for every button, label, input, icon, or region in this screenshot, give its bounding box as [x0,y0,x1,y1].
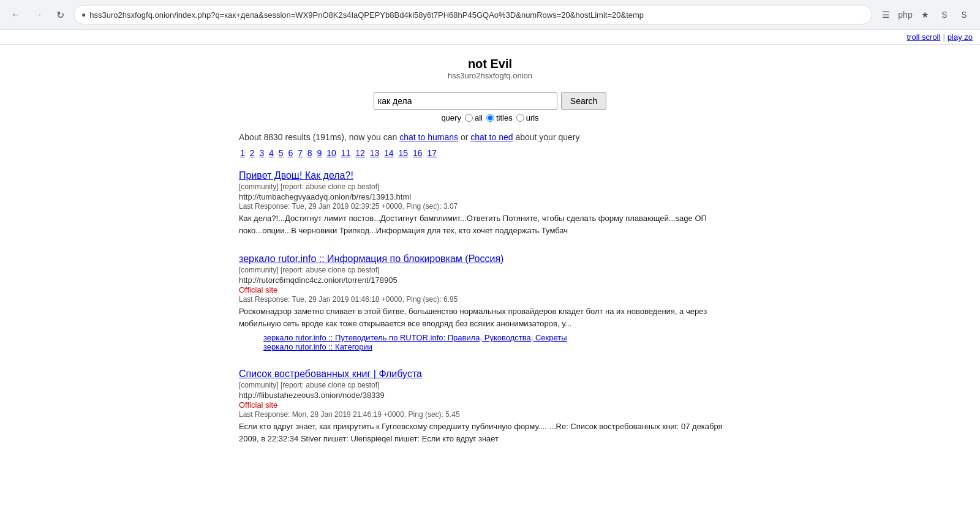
result-item: Список востребованных книг | Флибуста[co… [239,369,741,444]
page-link-11[interactable]: 11 [341,148,351,158]
result-sublink[interactable]: зеркало rutor.info :: Категории [263,342,741,351]
page-link-13[interactable]: 13 [370,148,380,158]
about-label: about your query [515,132,579,142]
result-official: Official site [239,400,741,410]
urls-label: urls [526,113,539,122]
results-info: About 8830 results (191ms), now you can … [239,132,741,142]
browser-chrome: ← → ↻ ● hss3uro2hsxfogfq.onion/index.php… [0,0,980,30]
page-link-7[interactable]: 7 [298,148,303,158]
page-link-16[interactable]: 16 [413,148,423,158]
result-ping: Last Response: Mon, 28 Jan 2019 21:46:19… [239,410,741,419]
titles-radio[interactable] [486,114,494,122]
query-label: query [441,113,461,122]
site-title: not Evil [239,57,741,71]
search-input[interactable] [374,92,557,110]
titles-label: titles [496,113,513,122]
page-link-12[interactable]: 12 [355,148,365,158]
site-subtitle: hss3uro2hsxfogfq.onion [239,71,741,80]
result-snippet: Как дела?!...Достигнут лимит постов...До… [239,212,741,236]
page-link-5[interactable]: 5 [279,148,284,158]
titles-option[interactable]: titles [486,113,513,122]
page-content: not Evil hss3uro2hsxfogfq.onion Search q… [214,45,766,474]
top-links-separator: | [943,32,944,42]
result-url: http://rutorc6mqdinc4cz.onion/torrent/17… [239,275,741,285]
search-row: Search [374,92,606,110]
browser-right-controls: ☰ php ★ S S [877,6,973,23]
result-ping: Last Response: Tue, 29 Jan 2019 02:39:25… [239,202,741,211]
forward-button[interactable]: → [29,6,47,23]
page-link-15[interactable]: 15 [399,148,409,158]
search-form: Search query all titles urls [239,92,741,122]
result-item: Привет Двощ! Как дела?![community] [repo… [239,170,741,236]
result-official: Official site [239,285,741,294]
lock-icon: ● [81,10,86,19]
page-link-3[interactable]: 3 [259,148,264,158]
play-zo-link[interactable]: play zo [948,32,973,42]
result-meta: [community] [report: abuse clone cp best… [239,381,741,389]
reload-button[interactable]: ↻ [51,6,69,23]
extensions-button[interactable]: php [897,6,914,23]
result-snippet: Роскомнадзор заметно сливает в этой битв… [239,305,741,329]
results-summary: About 8830 results (191ms), now you can [239,132,397,142]
address-bar[interactable]: ● hss3uro2hsxfogfq.onion/index.php?q=как… [74,5,872,24]
back-button[interactable]: ← [7,6,24,23]
page-link-1[interactable]: 1 [240,148,245,158]
result-ping: Last Response: Tue, 29 Jan 2019 01:46:18… [239,295,741,304]
pagination: 1 2 3 4 5 6 7 8 9 10 11 12 13 14 15 16 1… [239,148,741,158]
page-link-4[interactable]: 4 [269,148,274,158]
urls-radio[interactable] [516,114,524,122]
result-sublinks: зеркало rutor.info :: Путеводитель по RU… [263,333,741,351]
result-item: зеркало rutor.info :: Информация по блок… [239,253,741,351]
page-link-8[interactable]: 8 [307,148,312,158]
result-title[interactable]: Привет Двощ! Как дела?! [239,170,353,181]
result-meta: [community] [report: abuse clone cp best… [239,266,741,274]
all-radio[interactable] [465,114,473,122]
search-options: query all titles urls [441,113,538,122]
all-option[interactable]: all [465,113,483,122]
profile-button[interactable]: S [936,6,953,23]
troll-scroll-link[interactable]: troll scroll [907,32,941,42]
result-sublink[interactable]: зеркало rutor.info :: Путеводитель по RU… [263,333,741,342]
page-link-6[interactable]: 6 [288,148,293,158]
result-title[interactable]: зеркало rutor.info :: Информация по блок… [239,253,503,264]
page-link-9[interactable]: 9 [317,148,322,158]
page-link-17[interactable]: 17 [427,148,437,158]
result-url: http://tumbachegvyaadyq.onion/b/res/1391… [239,192,741,201]
result-url: http://flibustahezeous3.onion/node/38339 [239,391,741,400]
url-text: hss3uro2hsxfogfq.onion/index.php?q=как+д… [89,10,864,20]
bookmarks-button[interactable]: ☰ [877,6,894,23]
result-snippet: Если кто вдруг знает, как прикрутить к Г… [239,421,741,444]
results-container: Привет Двощ! Как дела?![community] [repo… [239,170,741,444]
result-meta: [community] [report: abuse clone cp best… [239,182,741,191]
all-label: all [475,113,483,122]
result-title[interactable]: Список востребованных книг | Флибуста [239,369,422,379]
chat-to-humans-link[interactable]: chat to humans [399,132,458,142]
chat-to-ned-link[interactable]: chat to ned [470,132,513,142]
page-link-10[interactable]: 10 [326,148,336,158]
menu-button[interactable]: S [956,6,973,23]
star-button[interactable]: ★ [916,6,933,23]
site-header: not Evil hss3uro2hsxfogfq.onion [239,57,741,80]
urls-option[interactable]: urls [516,113,539,122]
page-link-2[interactable]: 2 [250,148,255,158]
browser-toolbar: ← → ↻ ● hss3uro2hsxfogfq.onion/index.php… [0,0,980,29]
page-link-14[interactable]: 14 [384,148,394,158]
search-button[interactable]: Search [561,92,606,110]
or-label: or [461,132,468,142]
top-links-bar: troll scroll | play zo [0,30,980,45]
